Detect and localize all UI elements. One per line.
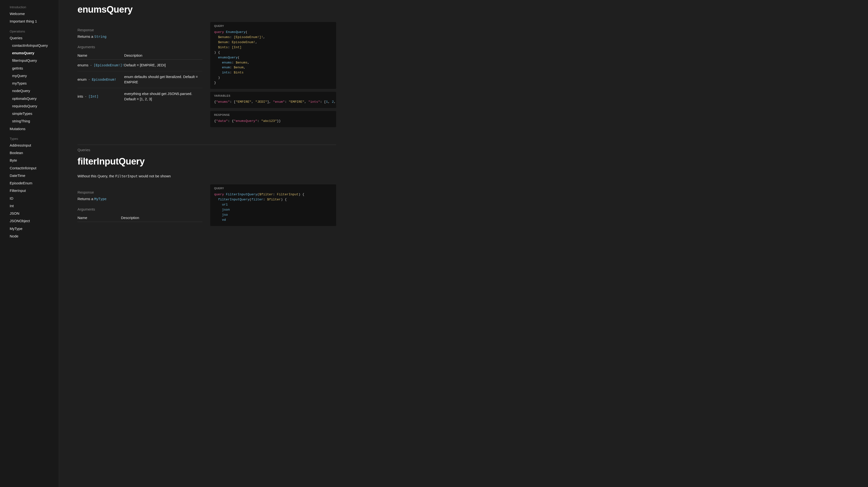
arguments-label: Arguments — [78, 207, 203, 211]
arg-desc-cell: everything else should get JSON5.parsed.… — [124, 88, 203, 105]
arguments-table: Name Description enums - [EpisodeEnum!]!… — [78, 51, 203, 105]
return-type-link[interactable]: String — [94, 35, 106, 38]
breadcrumb: Queries — [78, 148, 336, 152]
arg-desc-cell: Default = [EMPIRE, JEDI] — [124, 60, 203, 71]
sidebar-item[interactable]: contactInfoInputQuery — [0, 42, 59, 49]
section-divider — [78, 145, 336, 145]
sidebar-item[interactable]: Mutations — [0, 125, 59, 132]
sidebar-item[interactable]: filterInputQuery — [0, 57, 59, 64]
sidebar-item[interactable]: JSONObject — [0, 217, 59, 224]
arg-desc-cell: enum defaults should get literalized. De… — [124, 71, 203, 88]
panel-header: VARIABLES — [210, 92, 336, 98]
arg-type-link[interactable]: [Int] — [88, 94, 99, 98]
sidebar-section-title: Types — [0, 137, 59, 141]
col-name: Name — [78, 214, 121, 222]
response-panel: RESPONSE {"data": {"enumsQuery": "abc123… — [210, 111, 336, 127]
arg-name-cell: enum - EpisodeEnum! — [78, 71, 124, 88]
response-code: {"data": {"enumsQuery": "abc123"}} — [210, 117, 336, 127]
col-desc: Description — [124, 51, 203, 60]
sidebar-item[interactable]: getInts — [0, 64, 59, 72]
sidebar-item[interactable]: enumsQuery — [0, 49, 59, 57]
arg-name-cell: ints - [Int] — [78, 88, 124, 105]
table-row: enums - [EpisodeEnum!]!Default = [EMPIRE… — [78, 60, 203, 71]
query-code: query FilterInputQuery($filter: FilterIn… — [210, 191, 336, 226]
main-content: enumsQuery Response Returns a String Arg… — [59, 0, 868, 487]
sidebar-item[interactable]: Byte — [0, 156, 59, 164]
page-title: filterInputQuery — [78, 156, 336, 167]
sidebar-item[interactable]: DateTime — [0, 172, 59, 179]
response-label: Response — [78, 28, 203, 32]
sidebar-item[interactable]: Int — [0, 202, 59, 210]
arguments-table: Name Description — [78, 214, 203, 222]
sidebar-item[interactable]: optionalsQuery — [0, 95, 59, 102]
sidebar-item[interactable]: Welcome — [0, 10, 59, 18]
panel-header: RESPONSE — [210, 111, 336, 117]
right-column: QUERY query FilterInputQuery($filter: Fi… — [210, 184, 336, 229]
sidebar-item[interactable]: EpisodeEnum — [0, 179, 59, 187]
sidebar-item[interactable]: ContactInfoInput — [0, 164, 59, 172]
page-title: enumsQuery — [78, 4, 336, 15]
sidebar-item[interactable]: ID — [0, 194, 59, 202]
sidebar-item[interactable]: JSON — [0, 210, 59, 217]
sidebar-section-title: Introduction — [0, 5, 59, 9]
sidebar-item[interactable]: myTypes — [0, 80, 59, 87]
description: Without this Query, the FilterInput woul… — [78, 174, 336, 178]
arg-name-cell: enums - [EpisodeEnum!]! — [78, 60, 124, 71]
panel-header: QUERY — [210, 22, 336, 28]
sidebar-item[interactable]: Queries — [0, 34, 59, 42]
sidebar: IntroductionWelcomeImportant thing 1Oper… — [0, 0, 59, 487]
sidebar-item[interactable]: simpleTypes — [0, 110, 59, 117]
left-column: Response Returns a String Arguments Name… — [78, 22, 203, 105]
right-column: QUERY query EnumsQuery( $enums: [Episode… — [210, 22, 336, 130]
sidebar-item[interactable]: nodeQuery — [0, 87, 59, 94]
arg-type-link[interactable]: EpisodeEnum! — [92, 78, 116, 82]
sidebar-section-title: Operations — [0, 30, 59, 33]
arguments-label: Arguments — [78, 45, 203, 49]
sidebar-item[interactable]: myQuery — [0, 72, 59, 80]
returns-line: Returns a String — [78, 34, 203, 38]
arg-type-link[interactable]: [EpisodeEnum!]! — [93, 63, 124, 67]
query-panel: QUERY query EnumsQuery( $enums: [Episode… — [210, 22, 336, 89]
sidebar-item[interactable]: FilterInput — [0, 187, 59, 194]
sidebar-item[interactable]: Important thing 1 — [0, 18, 59, 25]
sidebar-item[interactable]: requiredsQuery — [0, 102, 59, 110]
variables-code: {"enums": ["EMPIRE", "JEDI"], "enum": "E… — [210, 98, 336, 108]
sidebar-item[interactable]: AddressInput — [0, 142, 59, 149]
sidebar-item[interactable]: MyType — [0, 225, 59, 232]
response-label: Response — [78, 190, 203, 194]
query-panel: QUERY query FilterInputQuery($filter: Fi… — [210, 184, 336, 226]
sidebar-item[interactable]: stringThing — [0, 117, 59, 125]
panel-header: QUERY — [210, 184, 336, 191]
sidebar-item[interactable]: Boolean — [0, 149, 59, 156]
col-desc: Description — [121, 214, 203, 222]
sidebar-item[interactable]: Node — [0, 232, 59, 240]
table-row: ints - [Int]everything else should get J… — [78, 88, 203, 105]
returns-line: Returns a MyType — [78, 197, 203, 201]
inline-type: FilterInput — [115, 174, 138, 178]
return-type-link[interactable]: MyType — [94, 197, 106, 201]
left-column: Response Returns a MyType Arguments Name… — [78, 184, 203, 222]
table-row: enum - EpisodeEnum!enum defaults should … — [78, 71, 203, 88]
col-name: Name — [78, 51, 124, 60]
query-code: query EnumsQuery( $enums: [EpisodeEnum!]… — [210, 28, 336, 89]
variables-panel: VARIABLES {"enums": ["EMPIRE", "JEDI"], … — [210, 92, 336, 108]
